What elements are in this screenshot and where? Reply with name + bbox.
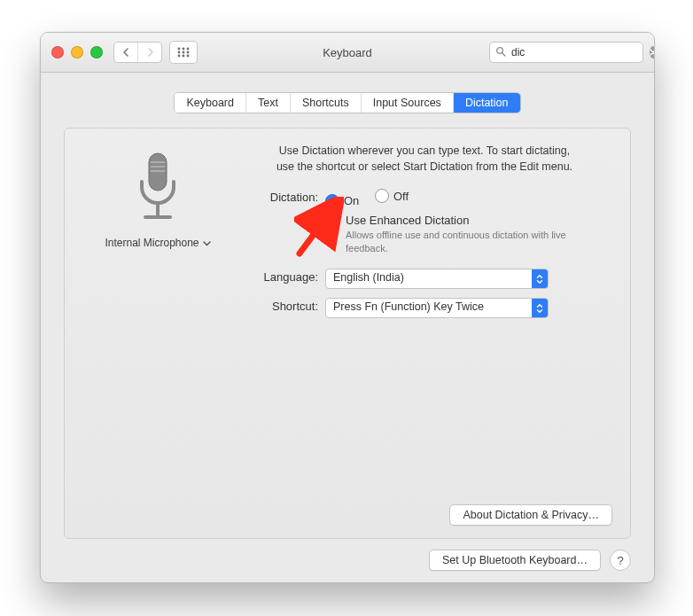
svg-point-6 bbox=[178, 55, 181, 58]
enhanced-dictation-sub: Allows offline use and continuous dictat… bbox=[346, 229, 603, 255]
titlebar: Keyboard bbox=[41, 33, 654, 73]
nav-back-forward bbox=[113, 42, 162, 63]
window-controls bbox=[51, 46, 103, 58]
keyboard-prefs-window: Keyboard KeyboardTextShortcutsInput Sour… bbox=[40, 32, 655, 583]
svg-point-5 bbox=[187, 51, 190, 54]
label-dictation: Dictation: bbox=[237, 189, 325, 204]
help-button[interactable]: ? bbox=[610, 550, 631, 571]
back-button[interactable] bbox=[114, 43, 137, 62]
svg-point-9 bbox=[497, 48, 503, 54]
shortcut-value: Press Fn (Function) Key Twice bbox=[326, 299, 532, 317]
svg-point-3 bbox=[178, 51, 181, 54]
svg-line-10 bbox=[502, 53, 505, 56]
close-window-button[interactable] bbox=[51, 46, 64, 58]
svg-point-2 bbox=[187, 48, 190, 51]
intro-text: Use Dictation wherever you can type text… bbox=[237, 143, 612, 175]
setup-bluetooth-keyboard-button[interactable]: Set Up Bluetooth Keyboard… bbox=[429, 550, 601, 571]
stepper-arrows-icon bbox=[532, 269, 548, 288]
svg-point-1 bbox=[183, 48, 185, 51]
tab-shortcuts[interactable]: Shortcuts bbox=[291, 93, 362, 113]
dictation-panel: Internal Microphone Use Dictation wherev… bbox=[64, 128, 631, 539]
svg-point-4 bbox=[183, 51, 185, 54]
pane-body: KeyboardTextShortcutsInput SourcesDictat… bbox=[41, 73, 654, 583]
svg-rect-11 bbox=[149, 153, 167, 191]
svg-point-0 bbox=[178, 48, 181, 51]
bottom-bar: Set Up Bluetooth Keyboard… ? bbox=[64, 550, 631, 571]
tab-dictation[interactable]: Dictation bbox=[454, 93, 520, 113]
language-value: English (India) bbox=[326, 269, 532, 288]
clear-search-button[interactable] bbox=[650, 46, 655, 58]
svg-point-7 bbox=[183, 55, 185, 58]
svg-point-8 bbox=[187, 55, 190, 58]
chevron-down-icon bbox=[203, 237, 211, 249]
label-enhanced-dictation: Use Enhanced Dictation bbox=[346, 214, 603, 227]
show-all-button[interactable] bbox=[169, 41, 198, 64]
stepper-arrows-icon bbox=[532, 299, 548, 317]
language-popup[interactable]: English (India) bbox=[325, 269, 549, 289]
radio-dictation-on[interactable]: On bbox=[325, 194, 359, 208]
forward-button[interactable] bbox=[137, 43, 161, 62]
search-field[interactable] bbox=[489, 42, 643, 63]
search-input[interactable] bbox=[511, 46, 644, 58]
minimize-window-button[interactable] bbox=[71, 46, 83, 58]
tab-text[interactable]: Text bbox=[246, 93, 291, 113]
microphone-icon bbox=[132, 152, 183, 226]
tab-keyboard[interactable]: Keyboard bbox=[175, 93, 246, 113]
label-shortcut: Shortcut: bbox=[237, 298, 325, 313]
about-dictation-privacy-button[interactable]: About Dictation & Privacy… bbox=[449, 504, 612, 526]
tab-bar: KeyboardTextShortcutsInput SourcesDictat… bbox=[64, 92, 631, 113]
search-icon bbox=[495, 44, 506, 60]
shortcut-popup[interactable]: Press Fn (Function) Key Twice bbox=[325, 298, 549, 318]
radio-dictation-off[interactable]: Off bbox=[375, 189, 409, 203]
checkbox-enhanced-dictation[interactable] bbox=[325, 214, 339, 229]
zoom-window-button[interactable] bbox=[90, 46, 103, 58]
label-language: Language: bbox=[237, 269, 325, 284]
tab-input-sources[interactable]: Input Sources bbox=[362, 93, 454, 113]
mic-column: Internal Microphone bbox=[82, 143, 233, 327]
mic-source-dropdown[interactable]: Internal Microphone bbox=[105, 237, 210, 249]
mic-source-label: Internal Microphone bbox=[105, 237, 199, 249]
